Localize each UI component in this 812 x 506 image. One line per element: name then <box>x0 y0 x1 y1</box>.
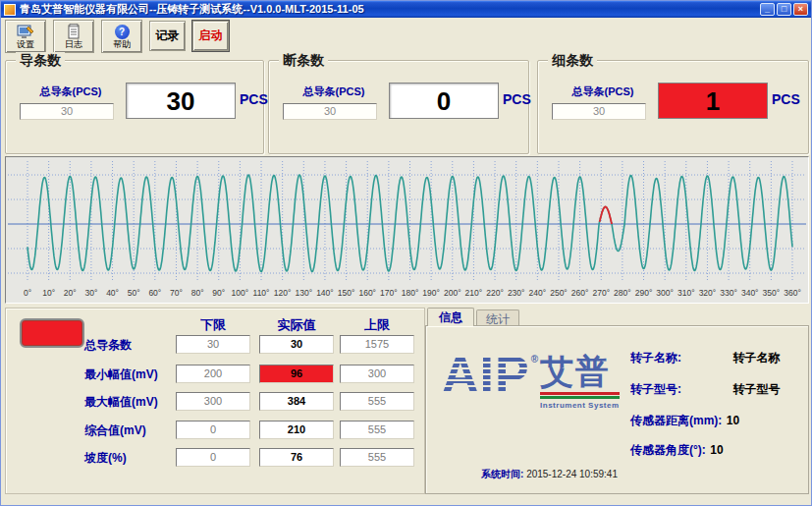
record-button[interactable]: 记录 <box>149 21 186 51</box>
svg-text:80°: 80° <box>191 288 204 298</box>
svg-text:130°: 130° <box>296 288 313 298</box>
actual-value: 96 <box>259 365 334 383</box>
svg-text:240°: 240° <box>529 288 547 298</box>
svg-text:70°: 70° <box>170 288 183 298</box>
system-time: 系统时间: 2015-12-24 10:59:41 <box>481 468 618 481</box>
table-row: 综合值(mV) 0 210 555 <box>6 421 424 440</box>
log-button[interactable]: 日志 <box>53 20 94 53</box>
logo-red-line <box>540 392 620 395</box>
svg-text:250°: 250° <box>550 288 568 298</box>
svg-text:230°: 230° <box>508 288 525 298</box>
svg-text:0°: 0° <box>24 288 31 298</box>
svg-text:10°: 10° <box>42 288 55 298</box>
svg-text:280°: 280° <box>614 288 631 298</box>
row-label: 最小幅值(mV) <box>84 366 158 383</box>
upper-limit-input[interactable]: 555 <box>340 392 414 411</box>
svg-text:180°: 180° <box>402 288 419 298</box>
svg-text:110°: 110° <box>253 288 270 298</box>
total-bars-label: 总导条(PCS) <box>20 84 122 99</box>
system-time-value: 2015-12-24 10:59:41 <box>526 469 618 479</box>
sensor-distance-field: 传感器距离(mm): 10 <box>630 411 739 429</box>
conductor-count-display: 30 <box>126 83 236 119</box>
lower-limit-input[interactable]: 0 <box>176 448 250 467</box>
svg-text:20°: 20° <box>64 288 77 298</box>
svg-text:350°: 350° <box>763 288 781 298</box>
svg-text:30°: 30° <box>84 288 97 298</box>
lower-limit-input[interactable]: 30 <box>176 335 250 354</box>
actual-value-header: 实际值 <box>259 316 334 334</box>
row-label: 最大幅值(mV) <box>84 394 158 411</box>
system-time-label: 系统时间: <box>481 468 523 481</box>
total-bars-input[interactable]: 30 <box>20 103 114 120</box>
help-icon: ? <box>113 24 131 39</box>
broken-bar-count-group: 断条数 总导条(PCS) 30 0 PCS <box>268 60 529 154</box>
rotor-name-label: 转子名称: <box>630 350 729 366</box>
svg-text:300°: 300° <box>656 288 674 298</box>
lower-limit-input[interactable]: 300 <box>176 392 250 411</box>
minimize-button[interactable]: _ <box>760 3 775 16</box>
unit-label: PCS <box>772 91 800 107</box>
log-button-label: 日志 <box>65 39 82 49</box>
actual-value: 30 <box>259 335 334 354</box>
table-row: 最小幅值(mV) 200 96 300 <box>6 365 424 384</box>
thin-bar-count-display: 1 <box>658 83 768 119</box>
total-bars-input[interactable]: 30 <box>283 103 377 120</box>
total-bars-label: 总导条(PCS) <box>283 84 385 99</box>
table-row: 最大幅值(mV) 300 384 555 <box>6 392 424 412</box>
aip-logo-text: AIP <box>442 352 530 397</box>
maximize-button[interactable]: □ <box>777 3 791 16</box>
actual-value: 384 <box>259 392 334 411</box>
tab-statistics[interactable]: 统计 <box>476 309 519 326</box>
settings-icon <box>17 24 34 39</box>
registered-mark-icon: ® <box>531 354 538 365</box>
rotor-name-field: 转子名称: 转子名称 <box>630 348 780 366</box>
rotor-model-value: 转子型号 <box>732 382 780 396</box>
waveform-chart: 0°10°20°30°40°50°60°70°80°90°100°110°120… <box>5 156 809 304</box>
total-bars-label: 总导条(PCS) <box>552 84 654 99</box>
svg-text:270°: 270° <box>592 288 610 298</box>
app-icon <box>4 4 16 16</box>
rotor-name-value: 转子名称 <box>732 351 780 365</box>
sensor-angle-label: 传感器角度(°): <box>630 442 706 459</box>
conductor-count-group: 导条数 总导条(PCS) 30 30 PCS <box>5 60 264 154</box>
rotor-model-label: 转子型号: <box>630 381 729 398</box>
start-button[interactable]: 启动 <box>192 21 229 51</box>
settings-button[interactable]: 设置 <box>5 20 46 53</box>
svg-text:100°: 100° <box>232 288 249 298</box>
log-icon <box>65 24 82 39</box>
group-title: 细条数 <box>548 52 597 70</box>
svg-text:320°: 320° <box>699 288 717 298</box>
svg-text:200°: 200° <box>444 288 461 298</box>
actual-value: 210 <box>259 421 334 439</box>
aip-logo-chinese: 艾普 <box>540 354 620 389</box>
upper-limit-input[interactable]: 1575 <box>340 335 414 354</box>
svg-text:290°: 290° <box>635 288 653 298</box>
svg-text:40°: 40° <box>106 288 119 298</box>
thin-bar-count-group: 细条数 总导条(PCS) 30 1 PCS <box>537 60 809 154</box>
tab-info[interactable]: 信息 <box>427 308 474 326</box>
help-button[interactable]: ? 帮助 <box>101 20 142 53</box>
waveform-svg: 0°10°20°30°40°50°60°70°80°90°100°110°120… <box>6 157 808 303</box>
row-label: 总导条数 <box>84 337 132 354</box>
row-label: 坡度(%) <box>84 450 127 467</box>
total-bars-input[interactable]: 30 <box>552 103 646 120</box>
svg-text:210°: 210° <box>465 288 483 298</box>
rotor-model-field: 转子型号: 转子型号 <box>630 379 780 398</box>
info-tab-body: AIP ® 艾普 Instrument System 转子名称: 转子名称 转子… <box>425 325 809 494</box>
upper-limit-input[interactable]: 300 <box>340 365 414 383</box>
lower-limit-input[interactable]: 200 <box>176 365 250 383</box>
upper-limit-input[interactable]: 555 <box>340 448 414 467</box>
group-title: 导条数 <box>16 52 65 70</box>
svg-text:160°: 160° <box>358 288 376 298</box>
aip-logo: AIP ® 艾普 Instrument System <box>442 352 620 410</box>
broken-bar-count-display: 0 <box>389 83 499 119</box>
upper-limit-input[interactable]: 555 <box>340 421 414 439</box>
title-bar: 青岛艾普智能仪器有限公司--压铸转子测试系统--V1.0.0-MLT-2015-… <box>1 1 811 18</box>
svg-text:140°: 140° <box>316 288 334 298</box>
logo-green-line <box>540 396 620 399</box>
lower-limit-input[interactable]: 0 <box>176 421 250 439</box>
lower-limit-header: 下限 <box>176 316 250 334</box>
close-button[interactable]: × <box>793 3 808 16</box>
svg-text:170°: 170° <box>380 288 398 298</box>
settings-button-label: 设置 <box>17 39 34 49</box>
